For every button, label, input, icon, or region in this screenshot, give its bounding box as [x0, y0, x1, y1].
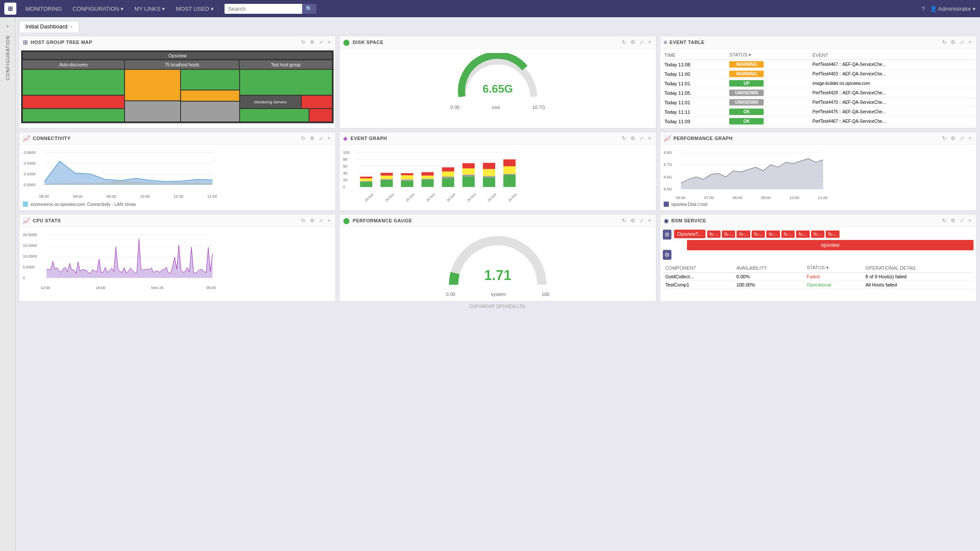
treemap-block-green5[interactable] [240, 109, 309, 121]
close-icon[interactable]: × [326, 39, 332, 46]
bsm-status: Failed [804, 273, 863, 281]
pgauge-close-icon[interactable]: × [647, 217, 652, 224]
event-gear-icon[interactable]: ⚙ [949, 39, 957, 46]
pgauge-refresh-icon[interactable]: ↻ [621, 217, 627, 224]
bsm-chip[interactable]: fs-... [781, 230, 795, 238]
pg-refresh-icon[interactable]: ↻ [941, 135, 948, 142]
treemap-actions: ↻ ⚙ ⤢ × [300, 39, 332, 46]
cpu-chart [23, 230, 217, 291]
treemap-block-green3[interactable] [181, 70, 239, 90]
disk-gauge-svg: 6.65G [450, 53, 545, 105]
event-close-icon[interactable]: × [967, 39, 973, 46]
treemap-col-3 [181, 70, 239, 121]
eg-refresh-icon[interactable]: ↻ [621, 135, 627, 142]
main-area: › CONFIGURATION Initial Dashboard × ⊞ HO… [0, 17, 980, 551]
gear-icon[interactable]: ⚙ [309, 39, 316, 46]
cpu-gear-icon[interactable]: ⚙ [309, 217, 316, 224]
cpu-refresh-icon[interactable]: ↻ [300, 217, 307, 224]
bsm-chip[interactable]: fs-... [707, 230, 721, 238]
pg-close-icon[interactable]: × [967, 135, 973, 142]
treemap-cell-testhost[interactable]: Test host group [240, 60, 332, 69]
nav-monitoring[interactable]: MONITORING [21, 4, 66, 14]
treemap-block-red1[interactable] [23, 96, 124, 108]
bsm-chip[interactable]: fs-... [811, 230, 824, 238]
disk-refresh-icon[interactable]: ↻ [621, 39, 627, 46]
treemap-block-green1[interactable] [23, 70, 124, 95]
expand-icon[interactable]: ⤢ [318, 39, 325, 46]
treemap-block-red2[interactable] [302, 96, 332, 108]
monitoring-servers-label[interactable]: Monitoring Servers [240, 96, 301, 108]
tab-initial-dashboard[interactable]: Initial Dashboard × [19, 21, 79, 32]
treemap-cell-75hosts[interactable]: 75 localhost hosts [125, 60, 238, 69]
bsm-chip[interactable]: fs-... [752, 230, 765, 238]
bsm-col-status[interactable]: STATUS ▾ [804, 263, 863, 273]
pgauge-gear-icon[interactable]: ⚙ [629, 217, 637, 224]
treemap-block-orange1[interactable] [125, 70, 180, 100]
treemap-header-row: Auto-discovery 75 localhost hosts Test h… [23, 60, 332, 69]
bsm-chip[interactable]: fs-... [766, 230, 780, 238]
col-status[interactable]: STATUS ▾ [727, 50, 810, 60]
nav-configuration[interactable]: CONFIGURATION ▾ [68, 4, 128, 14]
eg-close-icon[interactable]: × [647, 135, 652, 142]
widget-header-perf-graph: 📈 PERFORMANCE GRAPH ↻ ⚙ ⤢ × [660, 132, 976, 145]
event-status: UNKNOWN [727, 98, 810, 107]
bsm-opsviewt-node[interactable]: OpsviewT... [674, 230, 705, 238]
connectivity-body: ecommerce.os.opsview.com: Connectivity -… [19, 145, 335, 210]
treemap-cell-autodiscovery[interactable]: Auto-discovery [23, 60, 124, 69]
treemap-block-green4[interactable] [240, 70, 332, 95]
event-name: PerfTest4470 :: AEF-QA-ServiceChe... [810, 98, 974, 107]
bsm-close-icon[interactable]: × [967, 217, 973, 224]
perf-gauge-labels: 0.00 system 100 [446, 292, 549, 297]
eg-gear-icon[interactable]: ⚙ [629, 135, 637, 142]
refresh-icon[interactable]: ↻ [300, 39, 307, 46]
bsm-expand-icon[interactable]: ⤢ [958, 217, 965, 224]
sidebar-arrow[interactable]: › [5, 21, 10, 31]
conn-expand-icon[interactable]: ⤢ [318, 135, 325, 142]
bsm-gear-icon[interactable]: ⚙ [949, 217, 957, 224]
conn-gear-icon[interactable]: ⚙ [309, 135, 316, 142]
bsm-gear-top[interactable]: ⚙ [663, 230, 671, 240]
pg-gear-icon[interactable]: ⚙ [949, 135, 957, 142]
tab-close[interactable]: × [70, 24, 73, 29]
event-table-actions: ↻ ⚙ ⤢ × [941, 39, 973, 46]
bsm-body: ⚙ ⚙ OpsviewT... fs-...fs-...fs-...fs-...… [660, 227, 976, 292]
disk-gear-icon[interactable]: ⚙ [629, 39, 637, 46]
bsm-gear-bottom[interactable]: ⚙ [663, 250, 671, 260]
conn-close-icon[interactable]: × [326, 135, 332, 142]
bsm-chip[interactable]: fs-... [722, 230, 735, 238]
pg-expand-icon[interactable]: ⤢ [958, 135, 965, 142]
search-button[interactable]: 🔍 [302, 4, 316, 14]
col-event: EVENT [810, 50, 974, 60]
eg-expand-icon[interactable]: ⤢ [638, 135, 645, 142]
treemap-block-gray1[interactable] [125, 101, 180, 121]
disk-expand-icon[interactable]: ⤢ [638, 39, 645, 46]
bsm-refresh-icon[interactable]: ↻ [941, 217, 948, 224]
disk-close-icon[interactable]: × [647, 39, 652, 46]
treemap-subrow: Monitoring Servers [240, 96, 332, 108]
bsm-chip[interactable]: fs-... [737, 230, 750, 238]
treemap-block-red3[interactable] [309, 109, 332, 121]
nav-mylinks[interactable]: MY LINKS ▾ [130, 4, 169, 14]
user-menu[interactable]: 👤 Administrator ▾ [930, 6, 976, 12]
cpu-actions: ↻ ⚙ ⤢ × [300, 217, 332, 224]
bsm-chip[interactable]: fs-... [826, 230, 839, 238]
nav-mostused[interactable]: MOST USED ▾ [172, 4, 218, 14]
treemap-block-gray2[interactable] [181, 102, 239, 121]
search-input[interactable] [225, 4, 302, 14]
event-refresh-icon[interactable]: ↻ [941, 39, 948, 46]
widget-event-graph: ◈ EVENT GRAPH ↻ ⚙ ⤢ × [339, 132, 656, 211]
event-time: Today 11:08 [662, 60, 727, 69]
widget-header-perf-gauge: ⬤ PERFORMANCE GAUGE ↻ ⚙ ⤢ × [340, 215, 655, 227]
bsm-chip[interactable]: fs-... [796, 230, 809, 238]
event-expand-icon[interactable]: ⤢ [958, 39, 965, 46]
cpu-close-icon[interactable]: × [326, 217, 332, 224]
help-icon[interactable]: ? [922, 6, 925, 12]
pgauge-expand-icon[interactable]: ⤢ [638, 217, 645, 224]
connectivity-title: CONNECTIVITY [33, 136, 300, 141]
conn-refresh-icon[interactable]: ↻ [300, 135, 307, 142]
treemap-block-orange2[interactable] [181, 90, 239, 100]
cpu-expand-icon[interactable]: ⤢ [318, 217, 325, 224]
treemap-block-green2[interactable] [23, 109, 124, 121]
bsm-opsview-bar[interactable]: opsview [687, 240, 974, 250]
table-row: Today 11:08 WARNING PerfTest4467 :: AEF-… [662, 60, 974, 69]
